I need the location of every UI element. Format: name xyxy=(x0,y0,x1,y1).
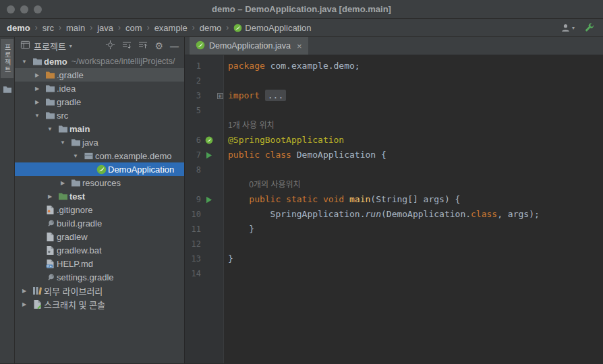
tree-item-main[interactable]: ▼main xyxy=(15,122,184,135)
line-number[interactable]: 10 xyxy=(185,207,202,222)
folder-tool-icon[interactable] xyxy=(3,84,12,96)
zoom-button[interactable] xyxy=(34,5,42,13)
line-number[interactable]: 6 xyxy=(185,133,202,148)
line-number[interactable]: 13 xyxy=(185,251,202,266)
user-icon[interactable]: ▾ xyxy=(561,23,575,33)
expand-all-button[interactable] xyxy=(122,40,132,52)
tree-item-idea[interactable]: ▶.idea xyxy=(15,82,184,95)
tree-item-settings-gradle[interactable]: settings.gradle xyxy=(15,270,184,284)
breadcrumb-item-com[interactable]: com xyxy=(125,23,142,33)
editor-tab[interactable]: DemoApplication.java × xyxy=(190,37,308,55)
line-number[interactable]: 11 xyxy=(185,222,202,237)
tree-item-gradlew-bat[interactable]: gradlew.bat xyxy=(15,243,184,257)
settings-gear-icon[interactable]: ⚙ xyxy=(154,41,163,51)
code-line-7[interactable]: 7public class DemoApplication { xyxy=(185,148,603,162)
line-number[interactable]: 7 xyxy=(185,148,202,162)
tree-item-help-md[interactable]: HELP.md xyxy=(15,257,184,270)
code-line-3[interactable]: 3+import ... xyxy=(185,88,603,103)
tree-item-test[interactable]: ▶test xyxy=(15,189,184,203)
breadcrumb-item-main[interactable]: main xyxy=(66,23,85,33)
code-text: public static void main(String[] args) { xyxy=(224,192,460,207)
expand-arrow-icon[interactable]: ▼ xyxy=(18,59,30,65)
tree-item-label: demo xyxy=(44,57,67,67)
folder-icon xyxy=(43,98,57,107)
folder-icon xyxy=(69,179,82,187)
collapse-all-button[interactable] xyxy=(138,40,148,52)
tree-item-gitignore[interactable]: .gitignore xyxy=(15,203,184,216)
spring-icon xyxy=(196,40,205,52)
expand-arrow-icon[interactable]: ▶ xyxy=(18,288,30,294)
folder-icon xyxy=(43,84,57,93)
tree-item-label: DemoApplication xyxy=(108,164,174,175)
code-line-5[interactable]: 5 xyxy=(185,103,603,118)
code-line-8[interactable]: 8 xyxy=(185,162,603,177)
run-button[interactable] xyxy=(202,196,216,204)
code-line-10[interactable]: 10 SpringApplication.run(DemoApplication… xyxy=(185,207,603,222)
breadcrumb-item-demoapplication[interactable]: DemoApplication xyxy=(233,23,311,33)
expand-arrow-icon[interactable]: ▶ xyxy=(31,99,43,105)
expand-arrow-icon[interactable]: ▶ xyxy=(18,301,30,307)
tree-item-src[interactable]: ▼src xyxy=(15,109,184,122)
usage-hint-line[interactable]: 0개의 사용위치 xyxy=(185,177,603,192)
line-number[interactable]: 8 xyxy=(185,162,202,177)
fold-marker-icon[interactable]: + xyxy=(217,93,223,99)
code-line-11[interactable]: 11 } xyxy=(185,222,603,237)
code-text: } xyxy=(224,251,233,266)
line-number[interactable]: 12 xyxy=(185,237,202,251)
code-line-2[interactable]: 2 xyxy=(185,73,603,88)
code-text: 0개의 사용위치 xyxy=(224,177,301,192)
code-line-1[interactable]: 1package com.example.demo; xyxy=(185,59,603,73)
hide-panel-button[interactable]: — xyxy=(170,41,179,51)
usage-hint-line[interactable]: 1개 사용 위치 xyxy=(185,118,603,133)
tool-window-tab-project[interactable]: 프로젝트 xyxy=(1,39,13,78)
breadcrumb-item-demo[interactable]: demo xyxy=(200,23,222,33)
line-number[interactable]: 14 xyxy=(185,266,202,281)
code-line-9[interactable]: 9 public static void main(String[] args)… xyxy=(185,192,603,207)
spring-icon xyxy=(94,164,108,175)
code-line-13[interactable]: 13} xyxy=(185,251,603,266)
tree-item-스크래치-및-콘솔[interactable]: ▶스크래치 및 콘솔 xyxy=(15,297,184,311)
tree-item-demoapplication[interactable]: DemoApplication xyxy=(15,162,184,176)
tree-item-java[interactable]: ▼java xyxy=(15,135,184,149)
expand-arrow-icon[interactable]: ▼ xyxy=(69,153,82,159)
code-line-12[interactable]: 12 xyxy=(185,237,603,251)
tree-item-gradle[interactable]: ▶gradle xyxy=(15,95,184,109)
tree-item-gradle[interactable]: ▶.gradle xyxy=(15,68,184,82)
tree-item-build-gradle[interactable]: build.gradle xyxy=(15,216,184,230)
expand-arrow-icon[interactable]: ▶ xyxy=(44,193,56,200)
close-tab-icon[interactable]: × xyxy=(297,41,302,51)
expand-arrow-icon[interactable]: ▶ xyxy=(31,72,43,78)
code-line-14[interactable]: 14 xyxy=(185,266,603,281)
line-number[interactable]: 9 xyxy=(185,192,202,207)
breadcrumb-item-example[interactable]: example xyxy=(154,23,188,33)
breadcrumb-item-src[interactable]: src xyxy=(42,23,54,33)
close-button[interactable] xyxy=(7,5,15,13)
code-area[interactable]: 1package com.example.demo;23+import ...5… xyxy=(185,55,603,363)
breadcrumb-item-java[interactable]: java xyxy=(97,23,113,33)
project-panel-title[interactable]: 프로젝트 xyxy=(34,40,66,53)
locate-button[interactable] xyxy=(105,40,115,52)
tree-item-resources[interactable]: ▶resources xyxy=(15,176,184,189)
expand-arrow-icon[interactable]: ▶ xyxy=(31,86,43,92)
tree-item-com-example-demo[interactable]: ▼com.example.demo xyxy=(15,149,184,162)
expand-arrow-icon[interactable]: ▼ xyxy=(44,126,56,132)
expand-arrow-icon[interactable]: ▶ xyxy=(57,180,69,186)
line-number[interactable]: 2 xyxy=(185,73,202,88)
line-number[interactable]: 5 xyxy=(185,103,202,118)
breadcrumb-item-demo[interactable]: demo xyxy=(7,23,30,33)
run-button[interactable] xyxy=(202,152,216,159)
line-number[interactable]: 3 xyxy=(185,88,202,103)
minimize-button[interactable] xyxy=(20,5,28,13)
tree-item-label: gradlew xyxy=(57,232,88,242)
spring-bean-gutter-icon[interactable] xyxy=(202,136,216,144)
fold-column[interactable]: + xyxy=(216,93,224,99)
wrench-icon[interactable] xyxy=(584,22,595,33)
expand-arrow-icon[interactable]: ▼ xyxy=(31,113,43,119)
line-number[interactable]: 1 xyxy=(185,59,202,73)
tree-item-demo[interactable]: ▼demo~/workspace/intellijProjects/ xyxy=(15,55,184,68)
tree-item-외부-라이브러리[interactable]: ▶외부 라이브러리 xyxy=(15,284,184,297)
code-line-6[interactable]: 6@SpringBootApplication xyxy=(185,133,603,148)
expand-arrow-icon[interactable]: ▼ xyxy=(57,140,69,146)
tree-item-gradlew[interactable]: gradlew xyxy=(15,230,184,243)
chevron-down-icon[interactable]: ▾ xyxy=(69,43,72,49)
